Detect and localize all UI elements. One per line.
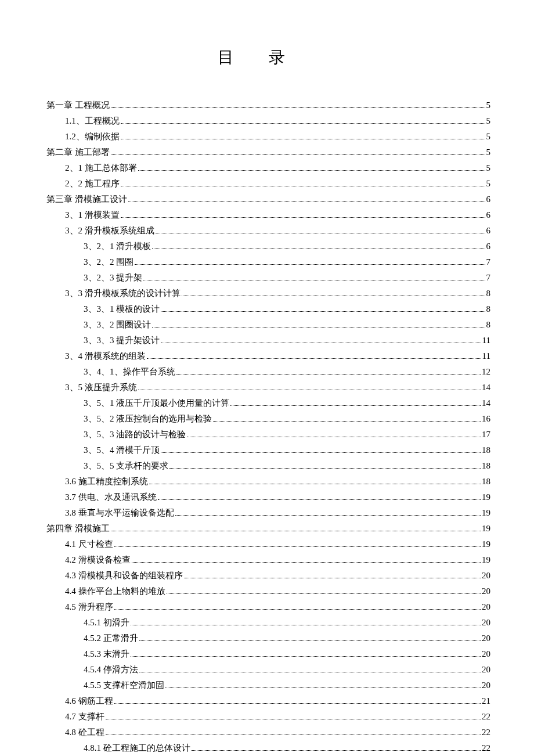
toc-entry-label: 4.5.2 正常滑升 — [84, 631, 138, 646]
toc-entry-label: 3、3 滑升模板系统的设计计算 — [65, 286, 181, 301]
document-page: 目录 第一章 工程概况51.1、工程概况51.2、编制依据5第二章 施工部署52… — [0, 0, 534, 756]
toc-entry: 第三章 滑模施工设计6 — [46, 192, 490, 207]
toc-title: 目录 — [46, 46, 490, 69]
toc-entry-label: 3、4、1、操作平台系统 — [84, 364, 175, 380]
toc-entry-label: 3.8 垂直与水平运输设备选配 — [65, 505, 174, 521]
toc-entry: 第一章 工程概况5 — [46, 98, 490, 113]
toc-leader-dots — [128, 201, 485, 202]
toc-entry-label: 2、2 施工程序 — [65, 176, 120, 192]
toc-entry-page: 20 — [482, 615, 490, 631]
toc-entry: 4.5.1 初滑升20 — [84, 615, 490, 631]
toc-entry: 3、3、1 模板的设计8 — [84, 301, 490, 317]
toc-entry-page: 8 — [486, 317, 491, 333]
toc-entry-page: 14 — [482, 395, 490, 411]
toc-entry-label: 3、3、2 围圈设计 — [84, 317, 151, 333]
toc-entry-page: 19 — [482, 537, 490, 552]
toc-entry-label: 3.7 供电、水及通讯系统 — [65, 489, 157, 505]
toc-leader-dots — [121, 217, 485, 218]
toc-entry-label: 4.8 砼工程 — [65, 725, 104, 740]
toc-entry: 2、1 施工总体部署5 — [65, 160, 490, 176]
toc-entry-label: 3、4 滑模系统的组装 — [65, 348, 146, 364]
toc-entry: 3、5、5 支承杆的要求18 — [84, 458, 490, 474]
toc-entry: 3、1 滑模装置6 — [65, 207, 490, 223]
toc-leader-dots — [131, 656, 481, 657]
toc-entry: 3、2、1 滑升模板6 — [84, 239, 490, 254]
toc-entry-page: 19 — [482, 505, 490, 521]
toc-entry-page: 22 — [482, 740, 490, 756]
toc-entry-page: 17 — [482, 427, 490, 442]
toc-leader-dots — [114, 609, 481, 610]
toc-container: 第一章 工程概况51.1、工程概况51.2、编制依据5第二章 施工部署52、1 … — [46, 98, 490, 756]
toc-entry-label: 3.6 施工精度控制系统 — [65, 474, 148, 489]
toc-entry-page: 20 — [482, 678, 490, 693]
toc-leader-dots — [138, 390, 481, 390]
toc-entry-page: 5 — [486, 160, 491, 176]
toc-entry: 3、5、2 液压控制台的选用与检验16 — [84, 411, 490, 427]
toc-entry-page: 21 — [482, 693, 490, 709]
toc-entry: 3、5、1 液压千斤顶最小使用量的计算14 — [84, 395, 490, 411]
toc-entry-page: 5 — [486, 113, 491, 129]
toc-entry: 4.8 砼工程22 — [65, 725, 490, 740]
toc-leader-dots — [161, 311, 485, 312]
toc-entry-page: 6 — [486, 207, 491, 223]
toc-entry-page: 14 — [482, 380, 490, 395]
toc-entry-label: 1.2、编制依据 — [65, 129, 120, 145]
toc-entry-label: 4.5.4 停滑方法 — [84, 662, 138, 678]
toc-entry-page: 12 — [482, 364, 490, 380]
toc-entry-page: 22 — [482, 709, 490, 725]
toc-leader-dots — [121, 123, 485, 124]
toc-entry-page: 20 — [482, 584, 490, 599]
toc-entry-label: 1.1、工程概况 — [65, 113, 120, 129]
toc-entry-page: 5 — [486, 129, 491, 145]
toc-entry-page: 19 — [482, 489, 490, 505]
toc-leader-dots — [165, 687, 481, 688]
toc-entry-label: 3、2、2 围圈 — [84, 254, 134, 270]
toc-entry: 3、2、2 围圈7 — [84, 254, 490, 270]
toc-leader-dots — [114, 546, 481, 547]
toc-entry-page: 18 — [482, 442, 490, 458]
toc-entry-label: 4.1 尺寸检查 — [65, 537, 113, 552]
toc-entry-label: 3、3、1 模板的设计 — [84, 301, 160, 317]
toc-entry: 3、3、2 围圈设计8 — [84, 317, 490, 333]
toc-entry: 3、5、3 油路的设计与检验17 — [84, 427, 490, 442]
toc-entry-page: 16 — [482, 411, 490, 427]
toc-leader-dots — [106, 719, 481, 719]
toc-entry-page: 19 — [482, 552, 490, 568]
toc-leader-dots — [161, 452, 481, 453]
toc-entry-label: 3、5、2 液压控制台的选用与检验 — [84, 411, 212, 427]
toc-entry-label: 第四章 滑模施工 — [46, 521, 110, 537]
toc-entry-page: 20 — [482, 599, 490, 615]
toc-entry-page: 7 — [486, 270, 491, 286]
toc-entry-page: 18 — [482, 474, 490, 489]
toc-leader-dots — [131, 625, 481, 625]
toc-leader-dots — [121, 139, 485, 139]
toc-leader-dots — [121, 186, 485, 186]
toc-entry-label: 3、5、4 滑模千斤顶 — [84, 442, 160, 458]
toc-leader-dots — [132, 562, 481, 563]
toc-leader-dots — [143, 280, 485, 280]
toc-entry-label: 3、2、3 提升架 — [84, 270, 142, 286]
toc-entry-label: 4.5.5 支撑杆空滑加固 — [84, 678, 164, 693]
toc-leader-dots — [111, 531, 481, 531]
toc-entry-label: 第三章 滑模施工设计 — [46, 192, 127, 207]
toc-leader-dots — [114, 703, 481, 704]
toc-entry: 3、3 滑升模板系统的设计计算8 — [65, 286, 490, 301]
toc-entry: 4.6 钢筋工程21 — [65, 693, 490, 709]
toc-leader-dots — [167, 593, 481, 594]
toc-entry-label: 4.4 操作平台上物料的堆放 — [65, 584, 165, 599]
toc-entry: 3.8 垂直与水平运输设备选配19 — [65, 505, 490, 521]
toc-entry-label: 4.5.3 末滑升 — [84, 646, 129, 662]
toc-entry: 4.2 滑模设备检查19 — [65, 552, 490, 568]
toc-entry: 4.5.3 末滑升20 — [84, 646, 490, 662]
toc-entry-label: 3、5、1 液压千斤顶最小使用量的计算 — [84, 395, 229, 411]
toc-entry-label: 4.8.1 砼工程施工的总体设计 — [84, 740, 190, 756]
toc-entry-label: 3、5、3 油路的设计与检验 — [84, 427, 186, 442]
toc-entry-label: 4.6 钢筋工程 — [65, 693, 113, 709]
toc-entry: 4.1 尺寸检查19 — [65, 537, 490, 552]
toc-entry-page: 6 — [486, 223, 491, 239]
toc-entry-page: 11 — [482, 348, 490, 364]
toc-leader-dots — [175, 515, 481, 516]
toc-entry-label: 3、5、5 支承杆的要求 — [84, 458, 168, 474]
toc-leader-dots — [182, 296, 485, 296]
toc-entry: 3、2 滑升模板系统组成6 — [65, 223, 490, 239]
